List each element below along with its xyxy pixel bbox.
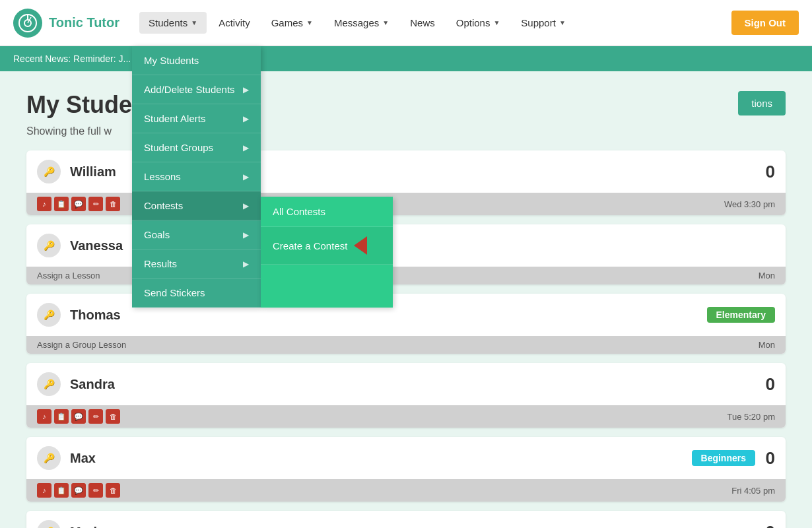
delete-icon[interactable]: 🗑 xyxy=(106,483,120,498)
book-icon[interactable]: 📋 xyxy=(54,409,69,424)
actions-button[interactable]: tions xyxy=(738,91,786,116)
book-icon[interactable]: 📋 xyxy=(54,197,69,211)
student-name-max: Max xyxy=(70,451,685,466)
avatar-sandra: 🔑 xyxy=(37,372,61,396)
dropdown-lessons[interactable]: Lessons ▶ xyxy=(132,162,261,191)
music-icon[interactable]: ♪ xyxy=(37,197,51,211)
student-main-marlene: 🔑 Marlene 0 xyxy=(26,511,786,528)
dropdown-student-groups[interactable]: Student Groups ▶ xyxy=(132,133,261,162)
key-icon: 🔑 xyxy=(44,310,55,320)
group-badge-elementary: Elementary xyxy=(707,307,775,323)
dropdown-my-students[interactable]: My Students xyxy=(132,46,261,75)
student-score-william: 0 xyxy=(755,162,775,182)
music-icon[interactable]: ♪ xyxy=(37,483,51,498)
avatar-max: 🔑 xyxy=(37,446,61,470)
dropdown-contests[interactable]: Contests ▶ xyxy=(132,191,261,220)
footer-label-thomas: Assign a Group Lesson xyxy=(37,340,126,350)
student-footer-thomas: Assign a Group Lesson Mon xyxy=(26,336,786,354)
logo-area: Tonic Tutor xyxy=(13,9,119,38)
student-footer-sandra: ♪ 📋 💬 ✏ 🗑 Tue 5:20 pm xyxy=(26,405,786,428)
avatar-vanessa: 🔑 xyxy=(37,234,61,257)
student-card-max: 🔑 Max Beginners 0 ♪ 📋 💬 ✏ 🗑 Fri 4:05 pm xyxy=(26,437,786,502)
dropdown-results[interactable]: Results ▶ xyxy=(132,249,261,279)
key-icon: 🔑 xyxy=(44,166,55,177)
chat-icon[interactable]: 💬 xyxy=(71,197,86,211)
header: Tonic Tutor Students ▼ Activity Games ▼ … xyxy=(0,0,812,46)
chevron-right-icon: ▶ xyxy=(243,230,249,240)
student-score-max: 0 xyxy=(755,448,775,469)
student-footer-max: ♪ 📋 💬 ✏ 🗑 Fri 4:05 pm xyxy=(26,479,786,502)
edit-icon[interactable]: ✏ xyxy=(88,409,103,424)
nav-item-support[interactable]: Support ▼ xyxy=(512,12,574,34)
student-name-thomas: Thomas xyxy=(70,308,700,323)
chat-icon[interactable]: 💬 xyxy=(71,409,86,424)
student-main-sandra: 🔑 Sandra 0 xyxy=(26,363,786,405)
nav-item-messages[interactable]: Messages ▼ xyxy=(325,12,398,34)
arrow-indicator xyxy=(354,236,367,255)
avatar-marlene: 🔑 xyxy=(37,520,61,528)
contests-submenu: All Contests Create a Contest xyxy=(261,197,393,308)
footer-icons-max: ♪ 📋 💬 ✏ 🗑 xyxy=(37,483,120,498)
dropdown-add-delete-students[interactable]: Add/Delete Students ▶ xyxy=(132,75,261,104)
chevron-down-icon: ▼ xyxy=(382,19,389,26)
sign-out-button[interactable]: Sign Out xyxy=(731,11,799,35)
student-main-max: 🔑 Max Beginners 0 xyxy=(26,437,786,479)
dropdown-all-contests[interactable]: All Contests xyxy=(261,197,393,227)
footer-time-vanessa: Mon xyxy=(759,271,775,280)
logo-icon xyxy=(13,9,42,38)
student-card-sandra: 🔑 Sandra 0 ♪ 📋 💬 ✏ 🗑 Tue 5:20 pm xyxy=(26,363,786,428)
news-bar: Recent News: Reminder: J... xyxy=(0,46,812,71)
chevron-right-icon: ▶ xyxy=(243,259,249,269)
key-icon: 🔑 xyxy=(44,379,55,389)
chevron-right-icon: ▶ xyxy=(243,85,249,94)
chat-icon[interactable]: 💬 xyxy=(71,483,86,498)
chevron-right-icon: ▶ xyxy=(243,172,249,182)
app-title: Tonic Tutor xyxy=(49,15,119,30)
chevron-down-icon: ▼ xyxy=(306,19,313,26)
footer-label-vanessa: Assign a Lesson xyxy=(37,271,100,280)
book-icon[interactable]: 📋 xyxy=(54,483,69,498)
chevron-down-icon: ▼ xyxy=(493,19,500,26)
key-icon: 🔑 xyxy=(44,240,55,251)
student-score-sandra: 0 xyxy=(755,374,775,395)
avatar-william: 🔑 xyxy=(37,160,61,183)
chevron-right-icon: ▶ xyxy=(243,143,249,152)
dropdown-main-menu: My Students Add/Delete Students ▶ Studen… xyxy=(132,46,261,308)
footer-time-max: Fri 4:05 pm xyxy=(731,486,775,496)
delete-icon[interactable]: 🗑 xyxy=(106,197,120,211)
student-card-marlene: 🔑 Marlene 0 ♪ 📋 💬 ✏ 🗑 Mon xyxy=(26,511,786,528)
footer-time-thomas: Mon xyxy=(759,340,775,350)
dropdown-create-contest[interactable]: Create a Contest xyxy=(261,227,393,265)
nav-item-activity[interactable]: Activity xyxy=(209,12,259,34)
student-score-marlene: 0 xyxy=(755,522,775,529)
nav-item-students[interactable]: Students ▼ xyxy=(139,12,207,34)
student-name-sandra: Sandra xyxy=(70,377,755,392)
nav-item-options[interactable]: Options ▼ xyxy=(447,12,510,34)
dropdown-send-stickers[interactable]: Send Stickers xyxy=(132,279,261,308)
student-name-marlene: Marlene xyxy=(70,525,755,529)
footer-time-william: Wed 3:30 pm xyxy=(724,199,775,209)
music-icon[interactable]: ♪ xyxy=(37,409,51,424)
students-dropdown: My Students Add/Delete Students ▶ Studen… xyxy=(132,46,393,308)
footer-icons-sandra: ♪ 📋 💬 ✏ 🗑 xyxy=(37,409,120,424)
chevron-right-icon: ▶ xyxy=(243,201,249,211)
delete-icon[interactable]: 🗑 xyxy=(106,409,120,424)
key-icon: 🔑 xyxy=(44,453,55,463)
edit-icon[interactable]: ✏ xyxy=(88,197,103,211)
chevron-down-icon: ▼ xyxy=(559,19,566,26)
footer-icons-william: ♪ 📋 💬 ✏ 🗑 xyxy=(37,197,120,211)
chevron-right-icon: ▶ xyxy=(243,114,249,123)
chevron-down-icon: ▼ xyxy=(191,19,197,26)
footer-time-sandra: Tue 5:20 pm xyxy=(727,412,775,422)
dropdown-student-alerts[interactable]: Student Alerts ▶ xyxy=(132,104,261,133)
avatar-thomas: 🔑 xyxy=(37,303,61,327)
main-content: My Stude Showing the full w tions 🔑 Will… xyxy=(0,71,812,528)
main-nav: Students ▼ Activity Games ▼ Messages ▼ N… xyxy=(139,12,731,34)
dropdown-goals[interactable]: Goals ▶ xyxy=(132,220,261,249)
nav-item-news[interactable]: News xyxy=(401,12,444,34)
group-badge-beginners: Beginners xyxy=(692,450,755,466)
nav-item-games[interactable]: Games ▼ xyxy=(262,12,322,34)
edit-icon[interactable]: ✏ xyxy=(88,483,103,498)
